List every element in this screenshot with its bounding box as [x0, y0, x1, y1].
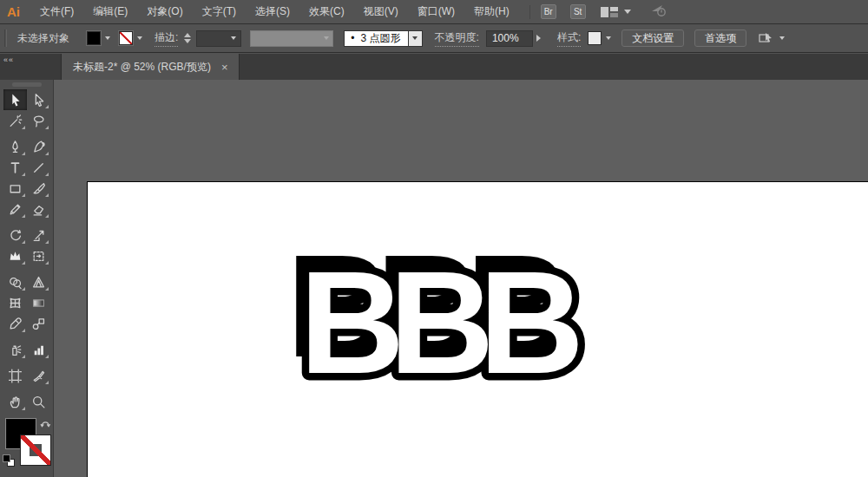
- controlbar-grip[interactable]: [4, 29, 7, 47]
- stroke-weight-label[interactable]: 描边:: [155, 30, 178, 47]
- gradient-icon: [31, 296, 46, 310]
- stock-button[interactable]: St: [570, 4, 586, 19]
- opacity-input[interactable]: 100%: [486, 30, 533, 47]
- stroke-weight-stepper[interactable]: [184, 33, 191, 43]
- tool-pen[interactable]: [3, 136, 27, 157]
- align-panel-control[interactable]: [759, 31, 785, 45]
- tool-perspective-grid[interactable]: [27, 271, 50, 292]
- eyedropper-icon: [8, 317, 23, 331]
- workspace-chevron-icon[interactable]: [624, 10, 631, 14]
- type-icon: [8, 160, 23, 175]
- column-graph-icon: [31, 343, 46, 357]
- tool-scale[interactable]: [27, 225, 50, 245]
- stroke-color-indicator[interactable]: [21, 435, 50, 465]
- tool-width[interactable]: [3, 245, 27, 266]
- tool-hand[interactable]: [3, 391, 27, 412]
- tool-rectangle[interactable]: [3, 178, 27, 199]
- stroke-weight-chevron-icon[interactable]: [231, 36, 236, 40]
- style-swatch[interactable]: [588, 31, 602, 45]
- brush-chevron-icon: [412, 36, 418, 40]
- brush-definition-dropdown[interactable]: • 3 点圆形: [344, 30, 408, 47]
- tools-panel-grip[interactable]: [12, 82, 42, 87]
- menubar-separator: [529, 5, 530, 19]
- tools-grid: [0, 89, 53, 412]
- fill-swatch[interactable]: [87, 31, 101, 45]
- document-tab-title: 未标题-2* @ 52% (RGB/预览): [73, 60, 211, 75]
- menu-item-edit[interactable]: 编辑(E): [83, 0, 137, 23]
- style-chevron-icon[interactable]: [606, 36, 611, 40]
- canvas-pasteboard[interactable]: BBB BBB: [54, 80, 868, 477]
- menu-item-window[interactable]: 窗口(W): [408, 0, 464, 23]
- bridge-button[interactable]: Br: [541, 4, 556, 19]
- slice-icon: [31, 369, 46, 383]
- stepper-up-icon[interactable]: [184, 33, 191, 37]
- document-tab-bar: «« 未标题-2* @ 52% (RGB/预览) ×: [0, 54, 868, 80]
- menu-item-effect[interactable]: 效果(C): [299, 0, 354, 23]
- brush-definition-value: 3 点圆形: [361, 31, 401, 46]
- paintbrush-icon: [31, 181, 46, 196]
- preferences-button[interactable]: 首选项: [694, 29, 746, 47]
- tool-eraser[interactable]: [27, 199, 50, 219]
- tool-eyedropper[interactable]: [3, 313, 27, 334]
- menu-item-object[interactable]: 对象(O): [137, 0, 192, 23]
- lasso-icon: [31, 114, 46, 128]
- tool-zoom[interactable]: [27, 391, 50, 412]
- fill-stroke-cluster: [0, 417, 54, 473]
- stroke-none-swatch[interactable]: [119, 31, 133, 45]
- menu-item-type[interactable]: 文字(T): [193, 0, 246, 23]
- menu-item-view[interactable]: 视图(V): [354, 0, 408, 23]
- cs-live-icon[interactable]: [650, 3, 667, 20]
- selection-icon: [8, 93, 23, 108]
- bbb-text-outline: BBB: [299, 241, 578, 404]
- stroke-color-control[interactable]: [119, 31, 142, 45]
- brush-chevron-button[interactable]: [409, 30, 423, 47]
- scale-icon: [31, 228, 46, 243]
- tool-mesh[interactable]: [3, 292, 27, 313]
- stroke-chevron-icon[interactable]: [137, 36, 142, 40]
- tool-ink-pen[interactable]: [27, 136, 50, 157]
- tool-free-transform[interactable]: [27, 245, 50, 266]
- tool-pencil[interactable]: [3, 199, 27, 219]
- tool-artboard[interactable]: [3, 365, 27, 386]
- pencil-icon: [8, 202, 23, 217]
- tool-column-graph[interactable]: [27, 339, 50, 360]
- panel-collapse-icon[interactable]: ««: [3, 56, 14, 64]
- document-tab[interactable]: 未标题-2* @ 52% (RGB/预览) ×: [61, 54, 240, 80]
- tool-magic-wand[interactable]: [3, 110, 27, 131]
- default-fill-stroke-icon[interactable]: [3, 454, 15, 467]
- tool-gradient[interactable]: [27, 292, 50, 313]
- style-label[interactable]: 样式:: [557, 30, 581, 47]
- opacity-label[interactable]: 不透明度:: [435, 30, 479, 47]
- tab-close-icon[interactable]: ×: [221, 62, 228, 73]
- hand-icon: [8, 395, 23, 409]
- opacity-expand-button[interactable]: [533, 30, 545, 47]
- tool-blend[interactable]: [27, 313, 50, 334]
- tool-lasso[interactable]: [27, 110, 50, 131]
- tool-symbol-sprayer[interactable]: [3, 339, 27, 360]
- tool-line[interactable]: [27, 157, 50, 178]
- menu-bar: Ai 文件(F)编辑(E)对象(O)文字(T)选择(S)效果(C)视图(V)窗口…: [0, 0, 868, 24]
- tool-selection[interactable]: [3, 89, 27, 110]
- width-icon: [8, 249, 23, 264]
- tool-paintbrush[interactable]: [27, 178, 50, 199]
- swap-fill-stroke-icon[interactable]: [40, 418, 51, 431]
- menu-item-select[interactable]: 选择(S): [246, 0, 299, 23]
- width-profile-chevron-icon: [324, 36, 329, 40]
- workspace-layout-icon[interactable]: [600, 6, 619, 18]
- tool-slice[interactable]: [27, 365, 50, 386]
- menu-item-file[interactable]: 文件(F): [30, 0, 83, 23]
- menu-item-help[interactable]: 帮助(H): [464, 0, 519, 23]
- stroke-weight-dropdown[interactable]: [196, 30, 241, 47]
- fill-color-control[interactable]: [87, 31, 110, 45]
- tool-shape-builder[interactable]: [3, 271, 27, 292]
- blend-icon: [31, 317, 46, 331]
- control-bar: 未选择对象 描边: • 3 点圆形 不透明度: 100% 样式: 文档设置 首选…: [0, 24, 868, 53]
- tool-type[interactable]: [3, 157, 27, 178]
- stepper-down-icon[interactable]: [184, 39, 191, 43]
- document-setup-button[interactable]: 文档设置: [621, 29, 684, 47]
- menu-items: 文件(F)编辑(E)对象(O)文字(T)选择(S)效果(C)视图(V)窗口(W)…: [30, 0, 519, 23]
- direct-selection-icon: [31, 93, 46, 108]
- tool-rotate[interactable]: [3, 225, 27, 245]
- tool-direct-selection[interactable]: [27, 89, 50, 110]
- fill-chevron-icon[interactable]: [105, 36, 110, 40]
